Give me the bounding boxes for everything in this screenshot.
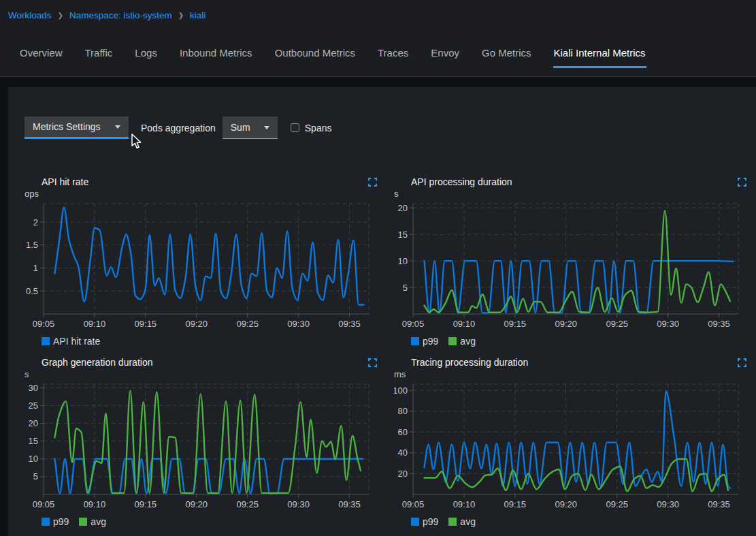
svg-text:09:25: 09:25: [606, 499, 628, 509]
legend-item-avg[interactable]: avg: [448, 336, 476, 347]
legend-item-avg[interactable]: avg: [79, 516, 106, 527]
svg-text:09:05: 09:05: [402, 319, 425, 329]
chart-legend: p99avg: [411, 515, 756, 529]
chart-unit-label: s: [394, 189, 756, 200]
tab-traffic[interactable]: Traffic: [84, 46, 114, 68]
legend-item-avg[interactable]: avg: [448, 516, 476, 527]
svg-text:09:30: 09:30: [287, 499, 310, 509]
svg-text:09:30: 09:30: [657, 319, 679, 329]
legend-item-p99[interactable]: p99: [42, 516, 69, 527]
svg-text:09:05: 09:05: [33, 499, 55, 509]
svg-text:1: 1: [33, 263, 38, 273]
metrics-settings-dropdown[interactable]: Metrics Settings: [24, 116, 129, 139]
breadcrumb-link-workloads[interactable]: Workloads: [8, 10, 52, 20]
legend-label: p99: [53, 516, 69, 527]
chart-plot-area[interactable]: 0.511.5209:0509:1009:1509:2009:2509:3009…: [24, 200, 387, 330]
svg-text:09:20: 09:20: [185, 319, 208, 329]
expand-icon[interactable]: [738, 178, 746, 187]
spans-label[interactable]: Spans: [305, 123, 332, 133]
spans-checkbox[interactable]: [291, 123, 299, 132]
svg-text:2: 2: [33, 217, 38, 227]
svg-text:09:05: 09:05: [402, 499, 425, 509]
svg-text:25: 25: [29, 400, 38, 411]
chart-title: API processing duration: [411, 176, 512, 187]
expand-icon[interactable]: [368, 358, 377, 367]
pods-aggregation-dropdown[interactable]: Sum: [223, 116, 278, 139]
svg-text:09:20: 09:20: [555, 319, 577, 329]
legend-label: p99: [423, 516, 438, 527]
legend-label: avg: [91, 516, 106, 527]
breadcrumb: Workloads❯Namespace: istio-system❯kiali: [0, 0, 756, 20]
breadcrumb-link-namespace-istio-system[interactable]: Namespace: istio-system: [69, 10, 172, 20]
svg-text:80: 80: [398, 406, 408, 416]
legend-item-p99[interactable]: p99: [411, 516, 438, 527]
svg-text:09:05: 09:05: [33, 319, 55, 329]
tab-overview[interactable]: Overview: [19, 46, 63, 68]
charts-grid: API hit rateops0.511.5209:0509:1009:1509…: [24, 176, 756, 529]
svg-text:100: 100: [394, 385, 408, 396]
svg-text:5: 5: [403, 283, 408, 293]
legend-item-api-hit-rate[interactable]: API hit rate: [42, 336, 100, 347]
breadcrumb-separator-icon: ❯: [58, 12, 63, 19]
spans-control: Spans: [291, 123, 332, 133]
expand-icon[interactable]: [738, 358, 746, 367]
svg-text:0.5: 0.5: [26, 286, 38, 296]
chart-plot-area[interactable]: 5101520253009:0509:1009:1509:2009:2509:3…: [24, 380, 387, 511]
metrics-toolbar: Metrics Settings Pods aggregation Sum Sp…: [24, 116, 756, 139]
expand-icon[interactable]: [368, 178, 377, 187]
legend-swatch-icon: [42, 337, 50, 345]
legend-swatch-icon: [411, 518, 419, 526]
chart-legend: API hit rate: [42, 334, 387, 348]
breadcrumb-separator-icon: ❯: [178, 12, 184, 19]
chart-plot-area[interactable]: 2040608010009:0509:1009:1509:2009:2509:3…: [394, 380, 756, 511]
tab-outbound-metrics[interactable]: Outbound Metrics: [274, 46, 356, 68]
svg-text:09:35: 09:35: [708, 499, 730, 509]
svg-text:09:30: 09:30: [287, 319, 310, 329]
legend-label: avg: [460, 336, 476, 347]
legend-swatch-icon: [448, 518, 457, 526]
chart-plot-area[interactable]: 510152009:0509:1009:1509:2009:2509:3009:…: [394, 200, 756, 330]
svg-text:09:10: 09:10: [84, 319, 106, 329]
chart-title: Tracing processing duration: [411, 357, 528, 368]
legend-label: p99: [423, 336, 438, 347]
svg-text:09:35: 09:35: [708, 319, 730, 329]
legend-swatch-icon: [448, 337, 457, 345]
aggregation-value: Sum: [231, 122, 250, 133]
tab-envoy[interactable]: Envoy: [430, 46, 460, 68]
tab-inbound-metrics[interactable]: Inbound Metrics: [179, 46, 253, 68]
breadcrumb-link-kiali[interactable]: kiali: [190, 10, 206, 20]
metrics-card: Metrics Settings Pods aggregation Sum Sp…: [8, 87, 756, 536]
svg-text:30: 30: [29, 383, 38, 393]
svg-text:5: 5: [33, 471, 38, 482]
tab-logs[interactable]: Logs: [134, 46, 158, 68]
tab-bar: OverviewTrafficLogsInbound MetricsOutbou…: [0, 46, 756, 68]
caret-down-icon: [115, 125, 120, 129]
chart-title: Graph generation duration: [42, 357, 152, 368]
svg-text:20: 20: [398, 469, 408, 479]
svg-text:20: 20: [398, 203, 408, 213]
chart-legend: p99avg: [42, 515, 387, 529]
svg-text:09:15: 09:15: [504, 499, 527, 509]
tab-kiali-internal-metrics[interactable]: Kiali Internal Metrics: [553, 46, 646, 68]
chart-api-hit-rate: API hit rateops0.511.5209:0509:1009:1509…: [24, 176, 387, 348]
chart-header: API processing duration: [394, 176, 756, 188]
svg-text:09:10: 09:10: [84, 499, 106, 509]
tab-traces[interactable]: Traces: [377, 46, 409, 68]
legend-swatch-icon: [42, 518, 50, 526]
tab-go-metrics[interactable]: Go Metrics: [481, 46, 532, 68]
svg-text:20: 20: [29, 418, 38, 428]
chart-header: API hit rate: [24, 176, 387, 188]
main-content: Metrics Settings Pods aggregation Sum Sp…: [0, 87, 756, 536]
page-header: Workloads❯Namespace: istio-system❯kiali …: [0, 0, 756, 77]
svg-text:09:15: 09:15: [135, 499, 157, 509]
svg-text:10: 10: [29, 454, 38, 464]
legend-item-p99[interactable]: p99: [411, 336, 438, 347]
chart-title: API hit rate: [42, 176, 88, 187]
chart-legend: p99avg: [411, 334, 756, 348]
svg-text:40: 40: [398, 447, 408, 458]
svg-text:10: 10: [398, 256, 408, 266]
svg-text:09:25: 09:25: [236, 499, 259, 509]
svg-text:09:35: 09:35: [338, 319, 361, 329]
legend-label: API hit rate: [53, 336, 100, 347]
chart-header: Graph generation duration: [24, 356, 387, 368]
